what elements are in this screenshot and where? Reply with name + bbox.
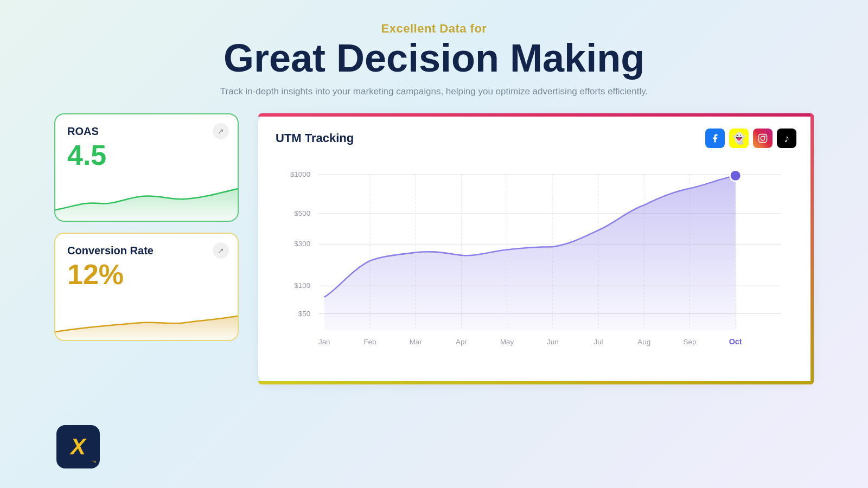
logo-container: X ™: [56, 425, 100, 468]
svg-text:Oct: Oct: [729, 337, 742, 346]
facebook-icon[interactable]: [705, 129, 725, 148]
svg-point-2: [764, 136, 765, 137]
svg-rect-0: [759, 134, 767, 143]
logo-trademark: ™: [92, 460, 97, 465]
company-logo: X ™: [56, 425, 100, 468]
snapchat-icon[interactable]: 👻: [729, 129, 749, 148]
utm-border-bottom: [258, 381, 814, 384]
main-content: ROAS 4.5 ↗ Conversion Rate 1: [54, 113, 814, 384]
instagram-icon[interactable]: [753, 129, 773, 148]
header-subtitle: Excellent Data for: [220, 22, 648, 36]
header-title: Great Decision Making: [220, 37, 648, 80]
conversion-value: 12%: [67, 259, 226, 290]
svg-text:$50: $50: [298, 310, 310, 318]
header-description: Track in-depth insights into your market…: [220, 86, 648, 97]
utm-chart-svg: $1000 $500 $300 $100 $50: [276, 158, 796, 364]
roas-chart: [55, 177, 238, 221]
social-icons: 👻 ♪: [705, 129, 796, 148]
utm-chart: $1000 $500 $300 $100 $50: [276, 158, 796, 364]
svg-text:$300: $300: [294, 240, 310, 248]
utm-card: UTM Tracking 👻: [258, 113, 814, 384]
svg-text:Mar: Mar: [410, 338, 423, 346]
roas-card: ROAS 4.5 ↗: [54, 113, 239, 222]
utm-title: UTM Tracking: [276, 131, 354, 145]
conversion-chart: [55, 297, 238, 340]
utm-border-right: [810, 113, 814, 384]
page-header: Excellent Data for Great Decision Making…: [220, 22, 648, 97]
svg-text:Feb: Feb: [363, 338, 376, 346]
svg-text:$1000: $1000: [290, 170, 310, 178]
roas-title: ROAS: [67, 125, 226, 138]
svg-text:Jun: Jun: [547, 338, 559, 346]
left-cards: ROAS 4.5 ↗ Conversion Rate 1: [54, 113, 239, 341]
svg-text:$100: $100: [294, 282, 310, 290]
svg-text:$500: $500: [294, 209, 310, 217]
conversion-arrow[interactable]: ↗: [213, 242, 229, 259]
svg-text:Jul: Jul: [593, 338, 603, 346]
active-data-point: [730, 170, 741, 182]
roas-arrow[interactable]: ↗: [213, 123, 229, 139]
svg-text:May: May: [500, 338, 514, 346]
conversion-card: Conversion Rate 12% ↗: [54, 233, 239, 341]
svg-text:Jan: Jan: [318, 338, 330, 346]
svg-point-1: [761, 136, 765, 140]
svg-text:Aug: Aug: [637, 338, 650, 346]
logo-letter: X: [71, 434, 86, 460]
utm-header: UTM Tracking 👻: [276, 129, 796, 148]
conversion-title: Conversion Rate: [67, 245, 226, 257]
tiktok-icon[interactable]: ♪: [777, 129, 796, 148]
utm-border-top: [258, 113, 814, 117]
roas-value: 4.5: [67, 140, 226, 171]
svg-text:Apr: Apr: [456, 338, 467, 346]
svg-text:Sep: Sep: [684, 338, 697, 346]
